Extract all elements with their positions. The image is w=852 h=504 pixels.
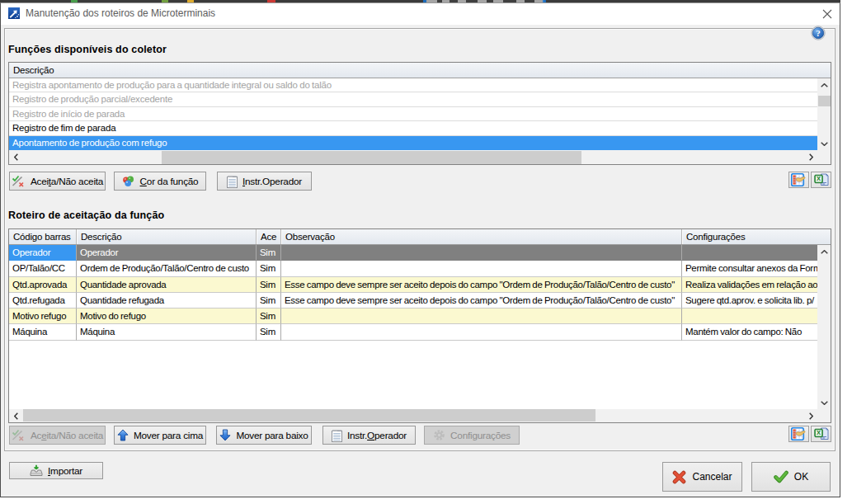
grid-columns-button-top[interactable]	[788, 172, 809, 188]
table-cell[interactable]: Sim	[257, 277, 281, 293]
list-item[interactable]: Registro de início de parada	[9, 107, 817, 121]
move-down-button[interactable]: Mover para baixo	[216, 426, 312, 445]
table-cell[interactable]: Sugere qtd.aprov. e solicita lib. p/	[682, 293, 817, 309]
table-cell[interactable]: Máquina	[9, 324, 77, 340]
table-cell[interactable]	[682, 309, 817, 324]
table-cell[interactable]	[682, 245, 817, 261]
column-header[interactable]: Descrição	[77, 229, 257, 244]
table-cell[interactable]	[281, 324, 682, 340]
svg-text:?: ?	[816, 28, 821, 38]
list-item-selected[interactable]: Apontamento de produção com refugo	[9, 136, 817, 150]
route-table-vscrollbar[interactable]	[817, 245, 831, 409]
table-cell[interactable]: Permite consultar anexos da Form	[682, 261, 817, 276]
accept-reject-icon	[12, 175, 26, 187]
color-palette-icon	[122, 176, 135, 187]
table-cell[interactable]: Máquina	[77, 324, 257, 340]
table-cell[interactable]: Esse campo deve sempre ser aceito depois…	[281, 277, 682, 293]
column-header[interactable]: Configurações	[682, 229, 831, 244]
move-up-button[interactable]: Mover para cima	[114, 426, 206, 445]
scroll-right-icon[interactable]	[804, 151, 817, 164]
table-cell[interactable]: Motivo do refugo	[77, 309, 257, 324]
table-cell[interactable]: OP/Talão/CC	[9, 261, 77, 276]
titlebar[interactable]: Manutenção dos roteiros de Microterminai…	[0, 2, 840, 25]
table-cell[interactable]: Ordem de Produção/Talão/Centro de custo	[77, 261, 257, 276]
route-table: Código barras Descrição Ace Observação C…	[8, 228, 831, 423]
close-button[interactable]	[813, 2, 840, 25]
table-cell[interactable]: Realiza validações em relação ao t	[682, 277, 817, 293]
scroll-down-icon[interactable]	[817, 396, 831, 409]
scroll-up-icon[interactable]	[817, 245, 831, 258]
table-cell[interactable]: Mantém valor do campo: Não	[682, 324, 817, 340]
operator-instructions-button-top[interactable]: Instr.Operador	[217, 172, 312, 191]
route-table-header[interactable]: Código barras Descrição Ace Observação C…	[9, 229, 831, 245]
group-route-label: Roteiro de aceitação da função	[8, 210, 164, 222]
accept-reject-icon	[12, 429, 26, 441]
functions-list-hscrollbar[interactable]	[9, 150, 817, 164]
table-cell[interactable]	[281, 245, 682, 261]
table-cell[interactable]	[281, 261, 682, 276]
cancel-button[interactable]: Cancelar	[662, 462, 742, 492]
hscroll-thumb[interactable]	[23, 409, 595, 422]
table-cell[interactable]: Qtd.aprovada	[9, 277, 77, 293]
excel-icon: X	[814, 427, 829, 440]
table-cell[interactable]: Operador	[9, 245, 77, 261]
operator-instructions-button-bottom[interactable]: Instr.Operador	[322, 426, 416, 445]
table-cell[interactable]: Esse campo deve sempre ser aceito depois…	[281, 293, 682, 309]
svg-text:X: X	[816, 175, 820, 182]
grid-hand-icon	[791, 427, 807, 440]
notepad-icon	[227, 175, 238, 188]
table-cell[interactable]: Quantidade refugada	[77, 293, 257, 309]
list-item[interactable]: Registra apontamento de produção para a …	[9, 78, 817, 92]
table-cell[interactable]: Sim	[257, 324, 281, 340]
hscroll-thumb[interactable]	[162, 151, 581, 164]
list-item[interactable]: Registro de fim de parada	[9, 121, 817, 135]
table-row[interactable]: MáquinaMáquinaSimMantém valor do campo: …	[9, 324, 817, 340]
table-cell[interactable]: Sim	[257, 309, 281, 324]
column-header[interactable]: Código barras	[9, 229, 77, 244]
table-cell[interactable]: Motivo refugo	[9, 309, 77, 324]
table-cell[interactable]: Sim	[257, 293, 281, 309]
list-item[interactable]: Registro de produção parcial/excedente	[9, 92, 817, 106]
help-icon[interactable]: ?	[811, 26, 826, 40]
grid-columns-button-bottom[interactable]	[788, 426, 809, 442]
scroll-down-icon[interactable]	[817, 137, 831, 150]
group-functions-label: Funções disponíveis do coletor	[8, 44, 167, 56]
route-table-hscrollbar[interactable]	[9, 409, 817, 422]
screen: Manutenção dos roteiros de Microterminai…	[0, 0, 852, 504]
configurations-button[interactable]: Configurações	[424, 426, 520, 445]
accept-function-button[interactable]: Aceita/Não aceita	[9, 172, 106, 191]
window-title: Manutenção dos roteiros de Microterminai…	[26, 2, 215, 25]
excel-export-button-bottom[interactable]: X	[811, 426, 831, 442]
function-color-button[interactable]: Cor da função	[114, 172, 206, 191]
gear-icon	[433, 429, 445, 441]
svg-text:X: X	[816, 429, 820, 436]
scroll-up-icon[interactable]	[817, 78, 831, 92]
scroll-left-icon[interactable]	[9, 151, 22, 164]
vscroll-thumb[interactable]	[818, 96, 831, 106]
table-cell[interactable]: Operador	[77, 245, 257, 261]
column-header[interactable]: Observação	[281, 229, 682, 244]
functions-list-header[interactable]: Descrição	[9, 63, 831, 78]
grid-hand-icon	[791, 173, 807, 186]
table-cell[interactable]: Sim	[257, 261, 281, 276]
excel-export-button-top[interactable]: X	[811, 172, 831, 188]
ok-check-icon	[774, 470, 788, 483]
table-cell[interactable]: Sim	[257, 245, 281, 261]
app-icon	[8, 7, 20, 19]
ok-button[interactable]: OK	[751, 462, 831, 492]
scroll-left-icon[interactable]	[9, 409, 22, 422]
table-row-selected[interactable]: OperadorOperadorSim	[9, 245, 817, 261]
table-cell[interactable]	[281, 309, 682, 324]
table-cell[interactable]: Qtd.refugada	[9, 293, 77, 309]
table-cell[interactable]: Quantidade aprovada	[77, 277, 257, 293]
table-row[interactable]: Motivo refugoMotivo do refugoSim	[9, 309, 817, 324]
accept-field-button[interactable]: Aceita/Não aceita	[9, 426, 106, 445]
functions-list-vscrollbar[interactable]	[817, 78, 831, 150]
scroll-right-icon[interactable]	[804, 409, 817, 422]
excel-icon: X	[814, 173, 829, 186]
table-row[interactable]: Qtd.aprovadaQuantidade aprovadaSimEsse c…	[9, 277, 817, 293]
import-button[interactable]: Importar	[9, 462, 103, 479]
table-row[interactable]: OP/Talão/CCOrdem de Produção/Talão/Centr…	[9, 261, 817, 276]
table-row[interactable]: Qtd.refugadaQuantidade refugadaSimEsse c…	[9, 293, 817, 309]
column-header[interactable]: Ace	[257, 229, 281, 244]
